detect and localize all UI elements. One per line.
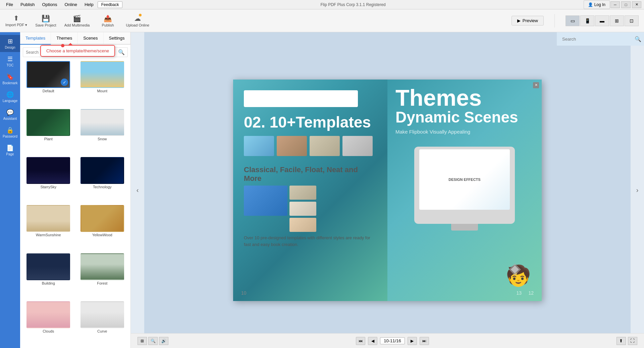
template-item-forest[interactable]: Forest [77, 253, 128, 299]
view-full[interactable]: ⊡ [625, 15, 639, 26]
sidebar-item-assistant[interactable]: 💬 Assistant [0, 106, 20, 123]
publish-button[interactable]: 📤 Publish [98, 14, 118, 27]
menu-publish[interactable]: Publish [17, 1, 38, 8]
prev-page-arrow[interactable]: ‹ [131, 32, 144, 348]
template-item-starrysky[interactable]: StarrySky [23, 157, 74, 202]
sidebar-item-password[interactable]: 🔒 Password [0, 124, 20, 141]
content-area: 🔍 ‹ 02. 10+Templates Classical [131, 32, 644, 348]
monitor-stand [451, 224, 478, 231]
template-item-snow[interactable]: Snow [77, 109, 128, 154]
template-item-clouds[interactable]: Clouds [23, 301, 74, 347]
template-thumb-warmsunshine[interactable] [26, 205, 70, 232]
template-thumb-building[interactable] [26, 253, 70, 280]
preview-button[interactable]: ▶ Preview [512, 16, 544, 26]
sidebar-icons: ⊞ Design ☰ TOC 🔖 Bookmark 🌐 Language 💬 A… [0, 32, 20, 348]
template-thumb-snow[interactable] [80, 109, 124, 136]
fullscreen-button[interactable]: ⛶ [628, 337, 637, 345]
template-thumb-default[interactable]: ✓ [26, 61, 70, 88]
template-thumb-mount[interactable] [80, 61, 124, 88]
template-thumb-starrysky[interactable] [26, 157, 70, 184]
first-page-button[interactable]: ⏮ [356, 337, 365, 345]
minimize-button[interactable]: ─ [610, 1, 620, 8]
tab-scenes[interactable]: Scenes [78, 32, 103, 44]
template-item-warmsunshine[interactable]: WarmSunshine [23, 205, 74, 250]
small-preview-3 [289, 202, 316, 216]
window-controls: ─ □ ✕ [610, 1, 641, 8]
template-thumb-curve[interactable] [80, 301, 124, 328]
preview-thumb-1 [244, 136, 274, 156]
template-thumb-yellowwood[interactable] [80, 205, 124, 232]
tab-settings[interactable]: Settings [104, 32, 130, 44]
menu-online[interactable]: Online [61, 1, 80, 8]
close-button[interactable]: ✕ [632, 1, 641, 8]
multimedia-icon: 🎬 [73, 14, 81, 22]
upload-notification-dot [139, 14, 142, 16]
tab-templates[interactable]: Templates [20, 32, 51, 45]
view-single-page[interactable]: ▭ [566, 15, 580, 26]
top-search-input[interactable] [559, 35, 633, 43]
last-page-button[interactable]: ⏭ [420, 337, 429, 345]
right-controls: ⬆ ⛶ [616, 337, 637, 345]
sidebar-item-toc[interactable]: ☰ TOC [0, 53, 20, 70]
login-button[interactable]: 👤 Log In [584, 0, 610, 9]
template-panel: Templates Themes Scenes Settings Choose … [20, 32, 131, 348]
top-search-icon[interactable]: 🔍 [635, 36, 641, 42]
sidebar-item-language[interactable]: 🌐 Language [0, 88, 20, 105]
feedback-button[interactable]: Feedback [98, 1, 123, 8]
sidebar-item-page[interactable]: 📄 Page [0, 142, 20, 159]
template-item-default[interactable]: ✓ Default [23, 61, 74, 106]
menu-file[interactable]: File [3, 1, 16, 8]
left-chevron-icon: ‹ [137, 186, 139, 194]
template-name-warmsunshine: WarmSunshine [36, 233, 61, 237]
menu-help[interactable]: Help [81, 1, 97, 8]
template-thumb-technology[interactable] [80, 157, 124, 184]
template-item-curve[interactable]: Curve [77, 301, 128, 347]
tab-themes[interactable]: Themes [51, 32, 78, 44]
bookmark-icon: 🔖 [6, 73, 14, 81]
page-number-left: 10 [241, 290, 247, 296]
template-thumb-forest[interactable] [80, 253, 124, 280]
upload-online-button[interactable]: ☁ Upload Online [126, 14, 150, 27]
next-page-button[interactable]: ▶ [408, 337, 417, 345]
view-spread[interactable]: ⊞ [610, 15, 624, 26]
template-item-building[interactable]: Building [23, 253, 74, 299]
user-icon: 👤 [588, 2, 593, 7]
import-pdf-button[interactable]: ⬆ Import PDF ▾ [5, 14, 27, 27]
design-effects-inner: DESIGN EFFECTS [419, 149, 510, 210]
view-wide[interactable]: ▬ [595, 15, 609, 26]
template-item-plant[interactable]: Plant [23, 109, 74, 154]
toolbar: ⬆ Import PDF ▾ 💾 Save Project 🎬 Add Mult… [0, 9, 644, 32]
grid-view-button[interactable]: ⊞ [138, 337, 147, 345]
small-preview-2 [289, 186, 316, 200]
bottom-left-controls: ⊞ 🔍 🔊 [138, 337, 168, 345]
audio-button[interactable]: 🔊 [159, 337, 168, 345]
zoom-in-button[interactable]: 🔍 [148, 337, 158, 345]
tab-strip: Templates Themes Scenes Settings Choose … [20, 32, 130, 45]
template-thumb-clouds[interactable] [26, 301, 70, 328]
page-number-right: 12 [528, 290, 534, 296]
assistant-icon: 💬 [6, 109, 14, 116]
next-page-arrow[interactable]: › [631, 32, 644, 348]
maximize-button[interactable]: □ [621, 1, 631, 8]
sidebar-item-bookmark[interactable]: 🔖 Bookmark [0, 70, 20, 88]
template-name-technology: Technology [93, 185, 112, 189]
template-item-mount[interactable]: Mount [77, 61, 128, 106]
share-button[interactable]: ⬆ [616, 337, 626, 345]
panel-search-icon[interactable]: 🔍 [115, 48, 127, 57]
language-icon: 🌐 [6, 91, 14, 98]
page-number-right-2: 13 [516, 290, 522, 296]
sidebar-item-design[interactable]: ⊞ Design [0, 35, 20, 52]
close-overlay-icon[interactable]: ✕ [533, 82, 539, 88]
template-item-yellowwood[interactable]: YellowWood [77, 205, 128, 250]
template-thumb-plant[interactable] [26, 109, 70, 136]
view-mobile[interactable]: 📱 [580, 15, 594, 26]
template-item-technology[interactable]: Technology [77, 157, 128, 202]
save-project-button[interactable]: 💾 Save Project [35, 14, 56, 27]
prev-page-button[interactable]: ◀ [368, 337, 377, 345]
menu-options[interactable]: Options [39, 1, 61, 8]
add-multimedia-button[interactable]: 🎬 Add Multimedia [64, 14, 90, 27]
app-title: Flip PDF Plus Corp 3.1.1 Registered [123, 2, 583, 7]
template-name-forest: Forest [97, 281, 107, 285]
template-name-snow: Snow [98, 137, 107, 141]
page-indicator[interactable]: 10-11/16 [380, 337, 405, 344]
